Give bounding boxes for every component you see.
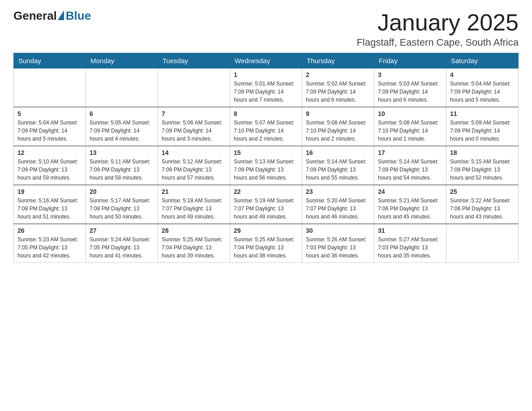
- day-info: Sunrise: 5:09 AM Sunset: 7:09 PM Dayligh…: [450, 119, 515, 143]
- calendar-cell: 4Sunrise: 5:04 AM Sunset: 7:09 PM Daylig…: [446, 68, 519, 107]
- calendar-cell: 3Sunrise: 5:03 AM Sunset: 7:09 PM Daylig…: [374, 68, 446, 107]
- calendar-cell: 9Sunrise: 5:08 AM Sunset: 7:10 PM Daylig…: [302, 107, 374, 146]
- calendar-cell: 17Sunrise: 5:14 AM Sunset: 7:09 PM Dayli…: [374, 146, 446, 185]
- calendar-cell: 2Sunrise: 5:02 AM Sunset: 7:09 PM Daylig…: [302, 68, 374, 107]
- calendar-cell: 23Sunrise: 5:20 AM Sunset: 7:07 PM Dayli…: [302, 185, 374, 224]
- calendar-weekday-header: Saturday: [446, 53, 519, 68]
- day-info: Sunrise: 5:08 AM Sunset: 7:10 PM Dayligh…: [378, 119, 442, 143]
- calendar-weekday-header: Monday: [86, 53, 158, 68]
- day-number: 8: [234, 110, 298, 117]
- day-info: Sunrise: 5:17 AM Sunset: 7:08 PM Dayligh…: [90, 197, 154, 221]
- day-number: 15: [234, 149, 298, 156]
- calendar-cell: 13Sunrise: 5:11 AM Sunset: 7:09 PM Dayli…: [86, 146, 158, 185]
- day-info: Sunrise: 5:26 AM Sunset: 7:03 PM Dayligh…: [306, 235, 370, 260]
- day-info: Sunrise: 5:01 AM Sunset: 7:09 PM Dayligh…: [234, 80, 298, 104]
- day-info: Sunrise: 5:16 AM Sunset: 7:08 PM Dayligh…: [17, 197, 82, 221]
- day-number: 16: [306, 149, 370, 156]
- calendar-cell: 30Sunrise: 5:26 AM Sunset: 7:03 PM Dayli…: [302, 224, 374, 263]
- calendar-cell: 28Sunrise: 5:25 AM Sunset: 7:04 PM Dayli…: [158, 224, 230, 263]
- day-info: Sunrise: 5:14 AM Sunset: 7:09 PM Dayligh…: [306, 158, 370, 182]
- calendar-weekday-header: Thursday: [302, 53, 374, 68]
- calendar-cell: [86, 68, 158, 107]
- day-number: 18: [450, 149, 515, 156]
- day-number: 3: [378, 71, 442, 78]
- calendar-cell: 21Sunrise: 5:18 AM Sunset: 7:07 PM Dayli…: [158, 185, 230, 224]
- day-info: Sunrise: 5:15 AM Sunset: 7:08 PM Dayligh…: [450, 158, 515, 182]
- calendar-cell: 1Sunrise: 5:01 AM Sunset: 7:09 PM Daylig…: [230, 68, 302, 107]
- calendar-weekday-header: Sunday: [14, 53, 86, 68]
- calendar-cell: 7Sunrise: 5:06 AM Sunset: 7:09 PM Daylig…: [158, 107, 230, 146]
- day-info: Sunrise: 5:07 AM Sunset: 7:10 PM Dayligh…: [234, 119, 298, 143]
- day-info: Sunrise: 5:04 AM Sunset: 7:09 PM Dayligh…: [17, 119, 82, 143]
- day-info: Sunrise: 5:27 AM Sunset: 7:03 PM Dayligh…: [378, 235, 442, 260]
- day-number: 27: [90, 227, 154, 234]
- day-info: Sunrise: 5:11 AM Sunset: 7:09 PM Dayligh…: [90, 158, 154, 182]
- calendar-header-row: SundayMondayTuesdayWednesdayThursdayFrid…: [14, 53, 519, 68]
- calendar-cell: 25Sunrise: 5:22 AM Sunset: 7:06 PM Dayli…: [446, 185, 519, 224]
- calendar-cell: [158, 68, 230, 107]
- day-number: 21: [162, 188, 226, 195]
- day-number: 14: [162, 149, 226, 156]
- day-info: Sunrise: 5:14 AM Sunset: 7:09 PM Dayligh…: [378, 158, 442, 182]
- calendar-cell: 31Sunrise: 5:27 AM Sunset: 7:03 PM Dayli…: [374, 224, 446, 263]
- day-number: 5: [17, 110, 82, 117]
- day-number: 2: [306, 71, 370, 78]
- day-info: Sunrise: 5:21 AM Sunset: 7:06 PM Dayligh…: [378, 197, 442, 221]
- calendar-cell: 8Sunrise: 5:07 AM Sunset: 7:10 PM Daylig…: [230, 107, 302, 146]
- day-info: Sunrise: 5:03 AM Sunset: 7:09 PM Dayligh…: [378, 80, 442, 104]
- title-section: January 2025 Flagstaff, Eastern Cape, So…: [356, 9, 519, 48]
- day-number: 23: [306, 188, 370, 195]
- calendar-cell: 24Sunrise: 5:21 AM Sunset: 7:06 PM Dayli…: [374, 185, 446, 224]
- day-number: 10: [378, 110, 442, 117]
- calendar-cell: 27Sunrise: 5:24 AM Sunset: 7:05 PM Dayli…: [86, 224, 158, 263]
- day-info: Sunrise: 5:10 AM Sunset: 7:09 PM Dayligh…: [17, 158, 82, 182]
- day-number: 25: [450, 188, 515, 195]
- calendar-table: SundayMondayTuesdayWednesdayThursdayFrid…: [13, 53, 519, 263]
- day-number: 9: [306, 110, 370, 117]
- day-number: 12: [17, 149, 82, 156]
- day-number: 28: [162, 227, 226, 234]
- calendar-cell: 18Sunrise: 5:15 AM Sunset: 7:08 PM Dayli…: [446, 146, 519, 185]
- day-number: 11: [450, 110, 515, 117]
- day-info: Sunrise: 5:06 AM Sunset: 7:09 PM Dayligh…: [162, 119, 226, 143]
- calendar-cell: 5Sunrise: 5:04 AM Sunset: 7:09 PM Daylig…: [14, 107, 86, 146]
- calendar-weekday-header: Tuesday: [158, 53, 230, 68]
- day-info: Sunrise: 5:23 AM Sunset: 7:05 PM Dayligh…: [17, 235, 82, 260]
- calendar-cell: 22Sunrise: 5:19 AM Sunset: 7:07 PM Dayli…: [230, 185, 302, 224]
- calendar-cell: 11Sunrise: 5:09 AM Sunset: 7:09 PM Dayli…: [446, 107, 519, 146]
- day-info: Sunrise: 5:25 AM Sunset: 7:04 PM Dayligh…: [234, 235, 298, 260]
- day-number: 1: [234, 71, 298, 78]
- day-number: 13: [90, 149, 154, 156]
- day-info: Sunrise: 5:08 AM Sunset: 7:10 PM Dayligh…: [306, 119, 370, 143]
- day-number: 17: [378, 149, 442, 156]
- calendar-cell: 20Sunrise: 5:17 AM Sunset: 7:08 PM Dayli…: [86, 185, 158, 224]
- page-title: January 2025: [356, 9, 519, 36]
- day-number: 19: [17, 188, 82, 195]
- day-number: 4: [450, 71, 515, 78]
- day-number: 29: [234, 227, 298, 234]
- calendar-cell: 10Sunrise: 5:08 AM Sunset: 7:10 PM Dayli…: [374, 107, 446, 146]
- logo-general-text: General: [13, 9, 57, 23]
- day-number: 30: [306, 227, 370, 234]
- calendar-cell: 16Sunrise: 5:14 AM Sunset: 7:09 PM Dayli…: [302, 146, 374, 185]
- calendar-cell: 12Sunrise: 5:10 AM Sunset: 7:09 PM Dayli…: [14, 146, 86, 185]
- day-info: Sunrise: 5:24 AM Sunset: 7:05 PM Dayligh…: [90, 235, 154, 260]
- day-info: Sunrise: 5:13 AM Sunset: 7:09 PM Dayligh…: [234, 158, 298, 182]
- day-number: 7: [162, 110, 226, 117]
- day-number: 26: [17, 227, 82, 234]
- day-info: Sunrise: 5:12 AM Sunset: 7:09 PM Dayligh…: [162, 158, 226, 182]
- logo-blue-text: Blue: [66, 9, 91, 23]
- day-info: Sunrise: 5:20 AM Sunset: 7:07 PM Dayligh…: [306, 197, 370, 221]
- day-info: Sunrise: 5:22 AM Sunset: 7:06 PM Dayligh…: [450, 197, 515, 221]
- day-number: 24: [378, 188, 442, 195]
- day-number: 20: [90, 188, 154, 195]
- page-subtitle: Flagstaff, Eastern Cape, South Africa: [356, 37, 519, 48]
- day-number: 22: [234, 188, 298, 195]
- calendar-cell: 6Sunrise: 5:05 AM Sunset: 7:09 PM Daylig…: [86, 107, 158, 146]
- logo-triangle-icon: [58, 10, 64, 20]
- calendar-cell: [446, 224, 519, 263]
- day-info: Sunrise: 5:04 AM Sunset: 7:09 PM Dayligh…: [450, 80, 515, 104]
- day-info: Sunrise: 5:02 AM Sunset: 7:09 PM Dayligh…: [306, 80, 370, 104]
- calendar-weekday-header: Wednesday: [230, 53, 302, 68]
- day-info: Sunrise: 5:25 AM Sunset: 7:04 PM Dayligh…: [162, 235, 226, 260]
